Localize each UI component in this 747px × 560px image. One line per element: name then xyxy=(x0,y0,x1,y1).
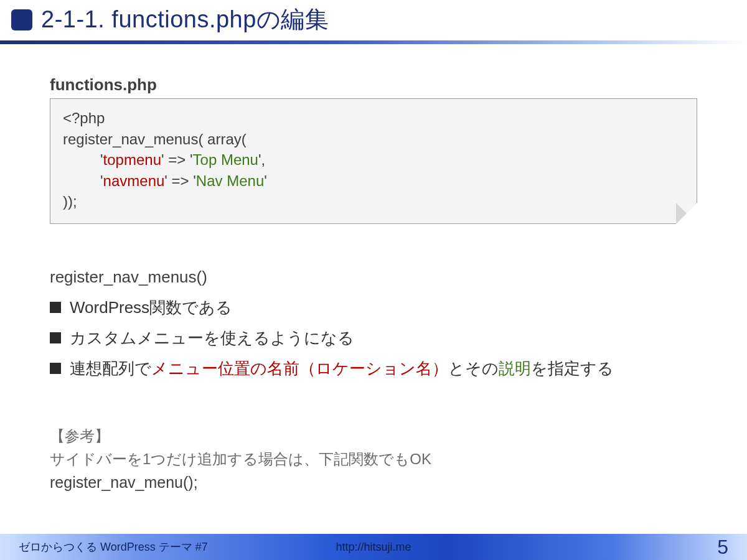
code-line: register_nav_menus( array( xyxy=(63,129,684,150)
code-line: 'topmenu' => 'Top Menu', xyxy=(63,149,684,170)
list-item: カスタムメニューを使えるようになる xyxy=(50,326,697,350)
reference-label: 【参考】 xyxy=(50,424,697,447)
highlight-red: メニュー位置の名前（ロケーション名） xyxy=(151,359,448,378)
section-heading: register_nav_menus() xyxy=(50,268,697,287)
code-file-label: functions.php xyxy=(50,75,697,95)
code-line: <?php xyxy=(63,108,684,129)
code-key: navmenu xyxy=(103,172,165,189)
header-bullet-icon xyxy=(11,9,32,30)
list-item: WordPress関数である xyxy=(50,296,697,320)
slide-footer: ゼロからつくる WordPress テーマ #7 http://hitsuji.… xyxy=(0,534,747,560)
code-string: Top Menu xyxy=(193,151,258,168)
code-text: ', xyxy=(258,151,265,168)
code-block: <?php register_nav_menus( array( 'topmen… xyxy=(50,98,697,224)
list-item: 連想配列でメニュー位置の名前（ロケーション名）とその説明を指定する xyxy=(50,357,697,381)
reference-function: register_nav_menu(); xyxy=(50,470,697,495)
text: を指定する xyxy=(531,359,614,378)
reference-text: サイドバーを1つだけ追加する場合は、下記関数でもOK xyxy=(50,447,697,470)
text: 連想配列で xyxy=(70,359,151,378)
slide-content: functions.php <?php register_nav_menus( … xyxy=(0,44,747,495)
code-string: Nav Menu xyxy=(196,172,264,189)
text: とその xyxy=(448,359,499,378)
slide-title: 2-1-1. functions.phpの編集 xyxy=(41,4,329,35)
code-text: ' => ' xyxy=(161,151,193,168)
slide-header: 2-1-1. functions.phpの編集 xyxy=(0,0,747,35)
code-text: ' => ' xyxy=(164,172,196,189)
footer-series: ゼロからつくる WordPress テーマ #7 xyxy=(19,539,208,554)
code-line: )); xyxy=(63,191,684,212)
code-text: ' xyxy=(264,172,267,189)
page-number: 5 xyxy=(717,536,728,559)
bullet-text: 連想配列でメニュー位置の名前（ロケーション名）とその説明を指定する xyxy=(70,357,614,381)
bullet-list: WordPress関数である カスタムメニューを使えるようになる 連想配列でメニ… xyxy=(50,296,697,381)
slide: 2-1-1. functions.phpの編集 functions.php <?… xyxy=(0,0,747,560)
footer-url: http://hitsuji.me xyxy=(336,541,411,554)
code-line: 'navmenu' => 'Nav Menu' xyxy=(63,170,684,192)
reference-block: 【参考】 サイドバーを1つだけ追加する場合は、下記関数でもOK register… xyxy=(50,424,697,495)
bullet-text: カスタムメニューを使えるようになる xyxy=(70,326,354,350)
bullet-text: WordPress関数である xyxy=(70,296,232,320)
highlight-green: 説明 xyxy=(499,359,531,378)
page-curl-icon xyxy=(676,203,697,224)
code-key: topmenu xyxy=(103,151,161,168)
